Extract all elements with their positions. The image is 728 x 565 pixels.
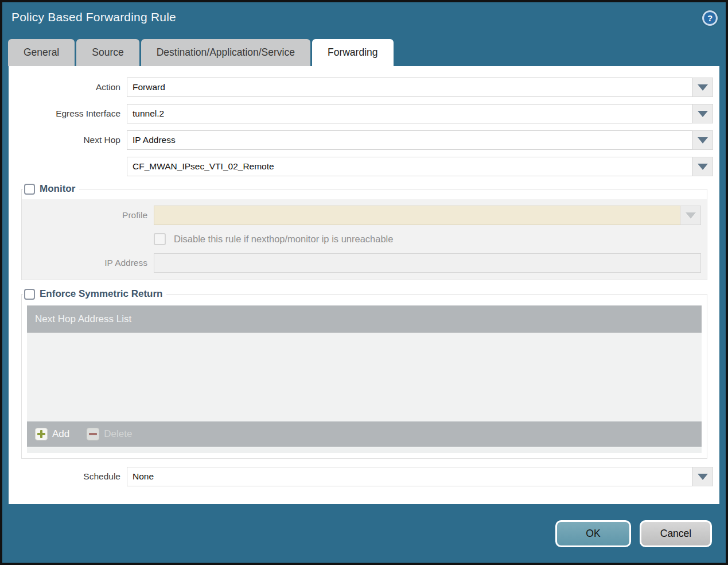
chevron-down-icon [698,137,708,144]
disable-rule-label: Disable this rule if nexthop/monitor ip … [174,234,393,245]
next-hop-row: Next Hop IP Address [9,130,713,150]
action-row: Action Forward [9,78,713,97]
chevron-down-icon [698,164,708,170]
monitor-ip-address-row: IP Address [22,253,701,273]
profile-select [154,206,680,225]
enforce-symmetric-return-checkbox[interactable] [24,289,35,300]
profile-row: Profile [22,206,701,225]
schedule-row: Schedule None [9,467,713,486]
next-hop-label: Next Hop [9,135,127,145]
add-button-label: Add [52,428,69,440]
forwarding-tab-panel: Action Forward Egress Interface tunnel.2… [9,66,719,504]
enforce-symmetric-return-group: Enforce Symmetric Return Next Hop Addres… [21,288,707,459]
monitor-group: Monitor Profile Disable this rule if nex… [21,183,707,280]
monitor-panel: Profile Disable this rule if nexthop/mon… [22,199,707,280]
delete-button: Delete [87,428,132,440]
egress-interface-dropdown-button[interactable] [692,104,713,123]
enforce-symmetric-return-legend: Enforce Symmetric Return [23,288,166,300]
next-hop-address-row: CF_MWAN_IPsec_VTI_02_Remote [9,157,713,176]
tab-bar: General Source Destination/Application/S… [2,39,726,66]
monitor-checkbox[interactable] [24,184,35,195]
next-hop-address-list-body[interactable] [27,333,702,421]
tab-destination-application-service[interactable]: Destination/Application/Service [141,39,310,66]
egress-interface-row: Egress Interface tunnel.2 [9,104,713,123]
schedule-select[interactable]: None [127,467,692,486]
tab-general[interactable]: General [8,39,75,66]
next-hop-address-list-table: Next Hop Address List Add Delete [27,305,702,453]
profile-label: Profile [22,210,154,220]
ok-button[interactable]: OK [555,520,631,547]
help-icon[interactable]: ? [702,10,718,26]
table-bottom-strip [27,447,702,453]
disable-rule-checkbox [154,233,166,245]
monitor-legend-label: Monitor [40,183,75,195]
next-hop-address-dropdown-button[interactable] [692,157,713,176]
add-button[interactable]: Add [35,428,69,440]
cancel-button[interactable]: Cancel [640,520,712,547]
tab-forwarding[interactable]: Forwarding [312,39,394,66]
monitor-ip-address-label: IP Address [22,258,154,268]
action-select[interactable]: Forward [127,78,692,97]
disable-rule-row: Disable this rule if nexthop/monitor ip … [22,233,701,245]
titlebar: Policy Based Forwarding Rule ? [2,2,726,39]
next-hop-dropdown-button[interactable] [692,130,713,150]
dialog-title: Policy Based Forwarding Rule [11,10,176,24]
profile-dropdown-button [680,206,701,225]
next-hop-address-list-toolbar: Add Delete [27,421,702,447]
chevron-down-icon [698,84,708,91]
pbf-rule-dialog: Policy Based Forwarding Rule ? General S… [0,0,728,565]
schedule-dropdown-button[interactable] [692,467,713,486]
egress-interface-select[interactable]: tunnel.2 [127,104,692,123]
tab-source[interactable]: Source [76,39,139,66]
next-hop-type-select[interactable]: IP Address [127,130,692,150]
monitor-ip-address-input [154,253,701,273]
minus-icon [87,428,99,440]
action-label: Action [9,82,127,92]
chevron-down-icon [698,111,708,117]
next-hop-address-select[interactable]: CF_MWAN_IPsec_VTI_02_Remote [127,157,692,176]
dialog-footer: OK Cancel [2,504,726,563]
delete-button-label: Delete [104,428,132,440]
plus-icon [35,428,48,440]
next-hop-address-list-header: Next Hop Address List [27,305,702,333]
enforce-symmetric-return-legend-label: Enforce Symmetric Return [40,288,162,300]
chevron-down-icon [686,212,696,219]
chevron-down-icon [698,474,708,480]
schedule-label: Schedule [9,471,127,482]
monitor-legend: Monitor [23,183,79,195]
egress-interface-label: Egress Interface [9,109,127,119]
action-dropdown-button[interactable] [692,78,713,97]
